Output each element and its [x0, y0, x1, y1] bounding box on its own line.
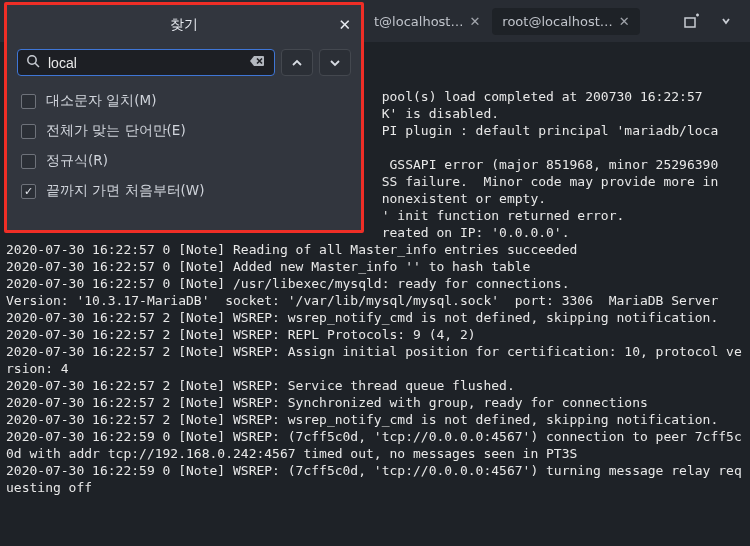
- tab-2[interactable]: root@localhost… ✕: [492, 8, 639, 35]
- find-next-button[interactable]: [319, 49, 351, 76]
- menu-icon[interactable]: [716, 11, 736, 31]
- checkbox[interactable]: [21, 154, 36, 169]
- search-icon: [26, 54, 40, 71]
- tab-label: root@localhost…: [502, 14, 612, 29]
- opt-wrap[interactable]: 끝까지 가면 처음부터(W): [21, 182, 347, 200]
- tab-label: t@localhost…: [374, 14, 463, 29]
- checkbox[interactable]: [21, 124, 36, 139]
- opt-match-case[interactable]: 대소문자 일치(M): [21, 92, 347, 110]
- opt-label: 정규식(R): [46, 152, 108, 170]
- find-title-row: 찾기 ✕: [7, 5, 361, 45]
- clear-icon[interactable]: [250, 54, 266, 71]
- opt-label: 전체가 맞는 단어만(E): [46, 122, 186, 140]
- svg-point-1: [28, 56, 36, 64]
- opt-label: 끝까지 가면 처음부터(W): [46, 182, 204, 200]
- search-input[interactable]: [48, 55, 242, 71]
- search-input-wrap[interactable]: [17, 49, 275, 76]
- svg-line-2: [35, 63, 39, 67]
- new-tab-icon[interactable]: [682, 11, 702, 31]
- find-title: 찾기: [170, 16, 198, 34]
- tab-1[interactable]: t@localhost… ✕: [364, 8, 490, 35]
- checkbox[interactable]: [21, 94, 36, 109]
- opt-label: 대소문자 일치(M): [46, 92, 156, 110]
- opt-regex[interactable]: 정규식(R): [21, 152, 347, 170]
- svg-rect-0: [685, 18, 695, 27]
- find-prev-button[interactable]: [281, 49, 313, 76]
- find-input-row: [7, 45, 361, 86]
- find-options: 대소문자 일치(M) 전체가 맞는 단어만(E) 정규식(R) 끝까지 가면 처…: [7, 86, 361, 206]
- find-panel: 찾기 ✕ 대소문자 일치(M) 전체가 맞는 단어만(E): [4, 2, 364, 233]
- close-icon[interactable]: ✕: [619, 14, 630, 29]
- checkbox[interactable]: [21, 184, 36, 199]
- close-icon[interactable]: ✕: [469, 14, 480, 29]
- opt-whole-word[interactable]: 전체가 맞는 단어만(E): [21, 122, 347, 140]
- window-actions: [682, 11, 750, 31]
- close-icon[interactable]: ✕: [338, 16, 351, 34]
